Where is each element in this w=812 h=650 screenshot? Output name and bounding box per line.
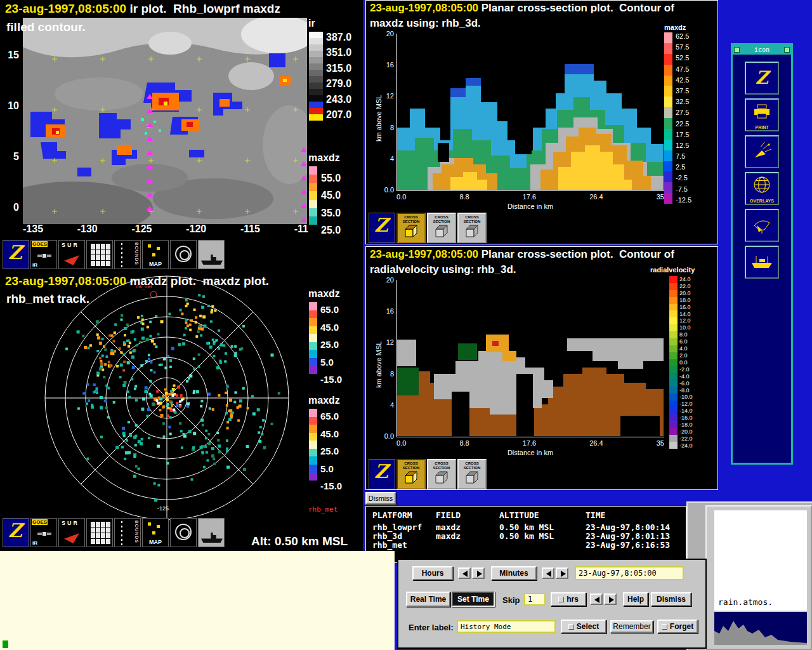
colorbar-segment <box>664 32 672 43</box>
hours-forward-arrow[interactable] <box>472 567 485 579</box>
maxdz-cross-section-plot[interactable] <box>397 34 664 190</box>
terminal-window[interactable] <box>0 551 395 650</box>
zebra-logo-button[interactable]: Z <box>369 459 395 489</box>
skip-units-menu-button[interactable]: hrs <box>551 592 586 606</box>
colorbar-tick: 20.0 <box>679 290 693 296</box>
colorbar-tick: -12.0 <box>679 401 693 407</box>
sidebar-radar-scan-button[interactable] <box>745 135 779 168</box>
dismiss-button[interactable]: Dismiss <box>651 592 691 606</box>
colorbar-tick: -15.0 <box>320 481 342 491</box>
ir-satellite-image[interactable] <box>23 18 307 224</box>
set-time-button[interactable]: Set Time <box>452 592 495 607</box>
range-rings-button[interactable] <box>170 240 197 269</box>
altitude-readout: Alt: 0.50 km MSL <box>251 534 348 548</box>
surface-button[interactable]: SUR <box>58 518 85 547</box>
satellite-icon <box>37 251 52 261</box>
colorbar-tick: 22.5 <box>676 120 691 128</box>
radialvelocity-cross-section-plot[interactable] <box>397 280 664 436</box>
remember-button[interactable]: Remember <box>610 620 653 633</box>
zebra-logo-button[interactable]: Z <box>3 518 29 547</box>
grid-button[interactable] <box>86 240 113 269</box>
grid-button[interactable] <box>86 518 113 547</box>
cube-icon <box>433 470 450 486</box>
sidebar-radar-dish-button[interactable] <box>745 209 779 242</box>
map-button[interactable]: MAP <box>142 240 169 269</box>
cross-section-button-3[interactable]: CROSSSECTION <box>457 459 487 489</box>
colorbar-tick: -10.0 <box>679 394 693 400</box>
zebra-logo-button[interactable]: Z <box>3 240 29 269</box>
colorbar-segment <box>309 76 323 83</box>
colorbar-tick: 5.0 <box>320 357 342 368</box>
ship-icon <box>201 533 223 543</box>
colorbar-tick: 4.0 <box>679 345 693 352</box>
goes-ir-button[interactable]: GOES IR <box>30 518 57 547</box>
colorbar-segment <box>669 408 678 415</box>
colorbar-tick: 25.0 <box>320 446 342 456</box>
boundaries-button[interactable]: BOUNDS <box>114 518 141 547</box>
axis-tick: -125 <box>131 223 152 235</box>
cross-section-button-2[interactable]: CROSSSECTION <box>427 459 456 489</box>
range-rings-button[interactable] <box>170 518 197 547</box>
real-time-button[interactable]: Real Time <box>406 592 450 607</box>
hours-back-arrow[interactable] <box>458 567 471 579</box>
select-button[interactable]: Select <box>561 620 606 633</box>
cross-section-button-2[interactable]: CROSSSECTION <box>427 213 456 243</box>
zebra-logo-button[interactable]: Z <box>369 213 395 243</box>
radar-subtitle: rhb_met track. <box>6 292 89 306</box>
colorbar-segment <box>664 171 672 182</box>
ir-colorbar <box>309 32 323 121</box>
xsec-radial-x-ticks: 0.08.817.626.435 <box>396 439 664 447</box>
surface-button[interactable]: SUR <box>58 240 85 269</box>
skip-field[interactable]: 1 <box>524 593 546 606</box>
map-button[interactable]: MAP <box>142 518 169 547</box>
zebra-z-icon: Z <box>756 67 768 88</box>
xsec-maxdz-x-ticks: 0.08.817.626.435 <box>396 193 664 201</box>
overlays-globe-icon <box>753 176 771 194</box>
axis-tick: 0.0 <box>384 186 394 194</box>
hours-button[interactable]: Hours <box>412 566 453 580</box>
ship-platform-button[interactable] <box>198 518 225 547</box>
dish-icon <box>752 216 771 234</box>
sidebar-print-button[interactable]: PRINT <box>745 98 779 131</box>
overlay-dismiss-button[interactable]: Dismiss <box>365 492 396 505</box>
minutes-button[interactable]: Minutes <box>491 566 537 580</box>
titlebar-button-left[interactable] <box>734 47 740 53</box>
map-label: MAP <box>149 261 162 267</box>
xsec-radial-toolbar: Z CROSSSECTION CROSSSECTION CROSSSECTION <box>369 459 488 489</box>
sidebar-titlebar[interactable]: icon <box>733 45 791 55</box>
colorbar-segment <box>669 331 678 338</box>
axis-tick: -130 <box>77 223 98 235</box>
goes-ir-button[interactable]: GOES IR <box>30 240 57 269</box>
axis-tick: 8.8 <box>459 439 469 447</box>
titlebar-button-right[interactable] <box>784 47 790 53</box>
skip-forward-arrow[interactable] <box>604 594 617 605</box>
sidebar-zebra-button[interactable]: Z <box>745 62 779 95</box>
colorbar-tick: 17.5 <box>676 131 691 138</box>
cross-section-button-3[interactable]: CROSSSECTION <box>457 213 487 243</box>
help-button[interactable]: Help <box>623 592 648 606</box>
ir-plot-subtitle: filled contour. <box>6 20 86 34</box>
platform-table-row: rhb_lowprf maxdz 0.50 km MSL 23-Aug-97,8… <box>372 523 686 532</box>
sidebar-overlays-button[interactable]: OVERLAYS <box>745 172 779 205</box>
boundaries-button[interactable]: BOUNDS <box>114 240 141 269</box>
label-field[interactable]: History Mode <box>457 620 556 633</box>
axis-tick: 4 <box>390 401 394 409</box>
forget-button[interactable]: Forget <box>657 620 698 633</box>
cross-section-button-1[interactable]: CROSSSECTION <box>396 213 426 243</box>
colorbar-segment <box>309 95 323 102</box>
colorbar-segment <box>309 70 323 76</box>
rain-atmos-window[interactable]: rain.atmos. <box>705 505 812 650</box>
xsec-maxdz-colorbar-ticks: 62.557.552.547.542.537.532.527.522.517.5… <box>676 32 691 204</box>
cross-section-button-1[interactable]: CROSSSECTION <box>396 459 426 489</box>
xsec-radial-title: 23-aug-1997,08:05:00 Planar cross-sectio… <box>370 248 674 261</box>
colorbar-segment <box>669 387 678 394</box>
sidebar-ship-button[interactable] <box>745 246 779 279</box>
colorbar-segment <box>669 415 678 421</box>
ship-platform-button[interactable] <box>198 240 225 269</box>
colorbar-segment <box>669 380 678 387</box>
minutes-back-arrow[interactable] <box>542 567 554 579</box>
skip-back-arrow[interactable] <box>590 594 603 605</box>
colorbar-segment <box>309 63 323 70</box>
time-field[interactable]: 23-Aug-97,8:05:00 <box>575 566 684 580</box>
minutes-forward-arrow[interactable] <box>556 567 568 579</box>
